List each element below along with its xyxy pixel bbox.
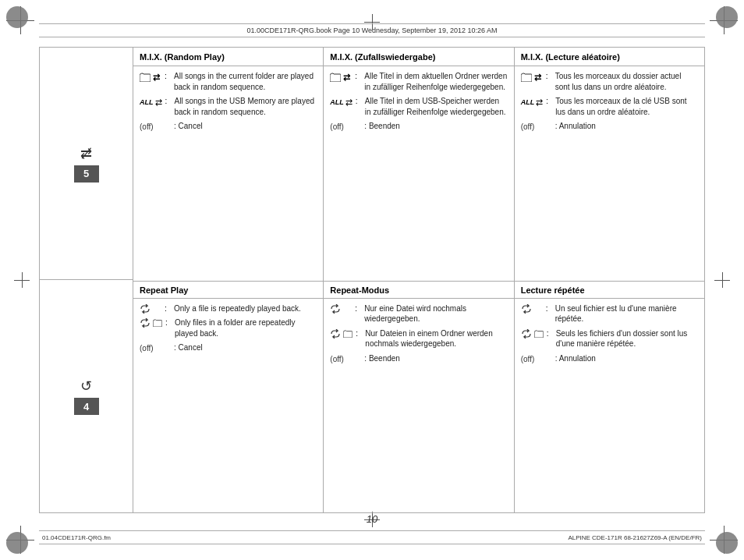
circle-tr xyxy=(716,6,738,28)
col2-mix-row1: ⇄ : Alle Titel in dem aktuellen Ordner w… xyxy=(330,71,507,92)
footer-left: 01.04CDE171R-QRG.fm xyxy=(42,534,111,541)
col1-mix-row1-text: All songs in the current folder are play… xyxy=(174,71,317,92)
repeat-file-icon xyxy=(140,304,161,314)
col3-all-random-icon: ALL ⇄ xyxy=(521,97,544,108)
col1-repeat-off: (off) : Cancel xyxy=(140,342,317,354)
col3-folder-random-icon: ⇄ xyxy=(521,72,543,83)
footer-bar: 01.04CDE171R-QRG.fm ALPINE CDE-171R 68-2… xyxy=(39,530,705,544)
sidebar-mix-section: ⇄̸ 5 xyxy=(40,48,133,280)
circle-tl xyxy=(6,6,28,28)
header-text: 01.00CDE171R-QRG.book Page 10 Wednesday,… xyxy=(247,27,498,34)
col1-body: ⇄ : All songs in the current folder are … xyxy=(133,66,323,512)
sidebar-repeat-section: ↺ 4 xyxy=(40,280,133,512)
col3-repeat-section: : Un seul fichier est lu d'une manière r… xyxy=(515,299,704,513)
circle-bl xyxy=(6,532,28,554)
col2-repeat-off-text: : Beenden xyxy=(364,353,507,364)
col2-repeat-header: Repeat-Modus xyxy=(324,282,513,299)
circle-br xyxy=(716,532,738,554)
col3-repeat-row2-text: Seuls les fichiers d'un dossier sont lus… xyxy=(556,328,698,349)
edge-crosshair-right xyxy=(714,272,730,288)
col2-all-random-icon: ALL ⇄ xyxy=(330,97,353,108)
col1-repeat-section: : Only a file is repeatedly played back.… xyxy=(133,299,323,513)
folder-random-icon: ⇄ xyxy=(140,72,161,83)
col2-mix-section: ⇄ : Alle Titel in dem aktuellen Ordner w… xyxy=(324,66,513,281)
left-sidebar: ⇄̸ 5 ↺ 4 xyxy=(39,47,133,513)
col1-repeat-row1: : Only a file is repeatedly played back. xyxy=(140,303,317,314)
col1-mix-section: ⇄ : All songs in the current folder are … xyxy=(133,66,323,281)
edge-crosshair-left xyxy=(14,272,30,288)
col-english: M.I.X. (Random Play) ⇄ : All songs in th… xyxy=(133,48,324,512)
col2-repeat-file-icon xyxy=(330,304,352,314)
col2-mix-row2-text: Alle Titel in dem USB-Speicher werden in… xyxy=(365,96,508,117)
col1-mix-off: (off) : Cancel xyxy=(140,121,317,133)
col3-repeat-row2: : Seuls les fichiers d'un dossier sont l… xyxy=(521,328,698,349)
col2-mix-row1-text: Alle Titel in dem aktuellen Ordner werde… xyxy=(364,71,507,92)
col2-repeat-row2-text: Nur Dateien in einem Ordner werden nochm… xyxy=(365,328,507,349)
col1-repeat-row1-text: Only a file is repeatedly played back. xyxy=(174,303,317,314)
col3-mix-off: (off) : Annulation xyxy=(521,121,698,133)
col3-body: ⇄ : Tous les morceaux du dossier actuel … xyxy=(515,66,704,512)
col3-repeat-folder-icon xyxy=(521,329,544,338)
col2-mix-off: (off) : Beenden xyxy=(330,121,507,133)
col2-repeat-row2: : Nur Dateien in einem Ordner werden noc… xyxy=(330,328,507,349)
mix-symbol-icon: ⇄̸ xyxy=(80,145,92,162)
page-number: 10 xyxy=(367,513,377,525)
table-area: M.I.X. (Random Play) ⇄ : All songs in th… xyxy=(133,47,705,513)
col2-header: M.I.X. (Zufallswiedergabe) xyxy=(324,48,513,66)
col3-header: M.I.X. (Lecture aléatoire) xyxy=(515,48,704,66)
col3-mix-row1: ⇄ : Tous les morceaux du dossier actuel … xyxy=(521,71,698,92)
footer-right: ALPINE CDE-171R 68-21627Z69-A (EN/DE/FR) xyxy=(568,534,702,541)
col3-repeat-row1: : Un seul fichier est lu d'une manière r… xyxy=(521,303,698,324)
repeat-folder-icon xyxy=(140,318,162,328)
col3-mix-row1-text: Tous les morceaux du dossier actuel sont… xyxy=(555,71,698,92)
col1-repeat-row2-text: Only files in a folder are repeatedly pl… xyxy=(175,317,317,338)
col3-mix-row2: ALL ⇄ : Tous les morceaux de la clé USB … xyxy=(521,96,698,117)
col2-body: ⇄ : Alle Titel in dem aktuellen Ordner w… xyxy=(324,66,513,512)
col3-repeat-off-text: : Annulation xyxy=(555,353,698,364)
col3-repeat-row1-text: Un seul fichier est lu d'une manière rép… xyxy=(555,303,698,324)
col2-folder-random-icon: ⇄ xyxy=(330,72,352,83)
col3-mix-section: ⇄ : Tous les morceaux du dossier actuel … xyxy=(515,66,704,281)
col3-mix-row2-text: Tous les morceaux de la clé USB sont lus… xyxy=(555,96,698,117)
header-bar: 01.00CDE171R-QRG.book Page 10 Wednesday,… xyxy=(39,23,705,37)
badge-5: 5 xyxy=(74,165,99,183)
col1-repeat-off-text: : Cancel xyxy=(174,342,317,353)
all-random-icon: ALL ⇄ xyxy=(140,97,162,108)
col2-mix-off-text: : Beenden xyxy=(364,121,507,132)
col1-repeat-row2: : Only files in a folder are repeatedly … xyxy=(140,317,317,338)
col-french: M.I.X. (Lecture aléatoire) ⇄ : Tous les … xyxy=(515,48,704,512)
col1-mix-row1: ⇄ : All songs in the current folder are … xyxy=(140,71,317,92)
col3-repeat-file-icon xyxy=(521,304,543,314)
col2-repeat-section: : Nur eine Datei wird nochmals wiedergeg… xyxy=(324,299,513,513)
col2-mix-row2: ALL ⇄ : Alle Titel in dem USB-Speicher w… xyxy=(330,96,507,117)
col1-mix-row2-text: All songs in the USB Memory are played b… xyxy=(175,96,317,117)
col2-repeat-row1: : Nur eine Datei wird nochmals wiedergeg… xyxy=(330,303,507,324)
badge-4: 4 xyxy=(74,398,99,415)
col3-mix-off-text: : Annulation xyxy=(555,121,698,132)
col3-repeat-off: (off) : Annulation xyxy=(521,353,698,365)
main-content: ⇄̸ 5 ↺ 4 M.I.X. (Random Play) ⇄ xyxy=(39,47,705,513)
col2-repeat-folder-icon xyxy=(330,329,353,338)
repeat-symbol-icon: ↺ xyxy=(80,377,92,395)
col3-repeat-header: Lecture répétée xyxy=(515,282,704,299)
col1-header: M.I.X. (Random Play) xyxy=(133,48,323,66)
col2-repeat-row1-text: Nur eine Datei wird nochmals wiedergegeb… xyxy=(364,303,507,324)
col2-repeat-off: (off) : Beenden xyxy=(330,353,507,365)
col-german: M.I.X. (Zufallswiedergabe) ⇄ : Alle Tite… xyxy=(324,48,514,512)
col1-mix-row2: ALL ⇄ : All songs in the USB Memory are … xyxy=(140,96,317,117)
col1-repeat-header: Repeat Play xyxy=(133,282,323,299)
col1-mix-off-text: : Cancel xyxy=(174,121,317,132)
